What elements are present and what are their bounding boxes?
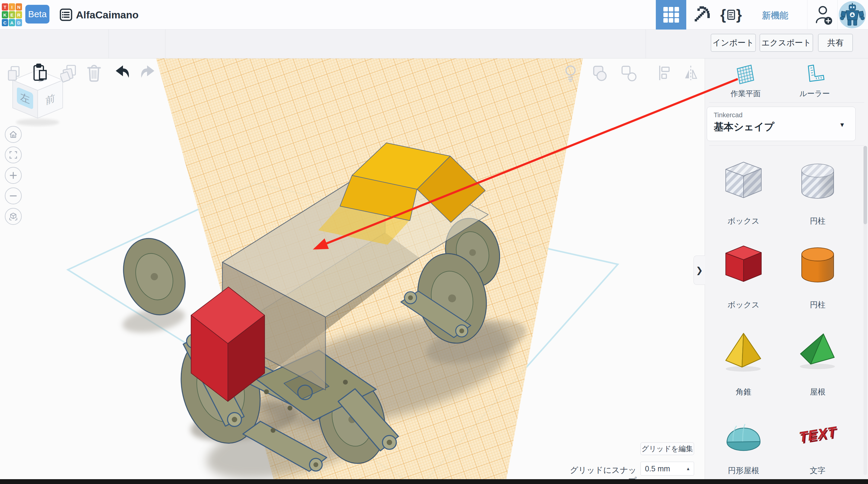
mirror-button[interactable]	[682, 64, 699, 82]
shape-cylinder-hole[interactable]: 円柱	[789, 158, 846, 226]
shape-label: 円柱	[810, 300, 826, 310]
export-button[interactable]: エクスポート	[760, 34, 813, 52]
caret-down-icon: ▼	[839, 121, 845, 128]
shape-cylinder[interactable]: 円柱	[789, 242, 846, 310]
snap-grid-value: 0.5 mm	[645, 464, 670, 473]
invite-person-icon[interactable]	[815, 5, 833, 25]
copy-button[interactable]	[7, 65, 22, 84]
fit-view-button[interactable]	[5, 147, 22, 163]
minus-icon	[9, 192, 18, 200]
logo-tile: E	[9, 11, 15, 19]
import-button[interactable]: インポート	[711, 34, 756, 52]
edit-toolbar: インポート エクスポート 共有	[0, 30, 868, 58]
edit-grid-button[interactable]: グリッドを編集	[641, 443, 694, 455]
caret-up-icon: ▲	[686, 466, 690, 471]
scrollbar-thumb[interactable]	[864, 146, 867, 224]
chevron-right-icon: ❯	[696, 265, 703, 275]
minecraft-pickaxe-icon[interactable]	[692, 6, 711, 24]
code-doc-glyph	[727, 10, 735, 20]
app-header: T I N K E R C A D Beta AlfaCaimano {	[0, 0, 868, 30]
robot-avatar-image	[839, 1, 866, 28]
shape-round-roof[interactable]: 円形屋根	[715, 416, 772, 476]
ungroup-button[interactable]	[620, 64, 638, 83]
shape-label: 屋根	[810, 387, 826, 397]
sidebar-collapse-tab[interactable]: ❯	[693, 255, 705, 285]
group-button[interactable]	[591, 64, 608, 83]
bottom-clipped-bar	[0, 479, 868, 484]
ruler-tool[interactable]	[805, 64, 825, 86]
sidebar-divider	[709, 145, 864, 146]
roof-icon	[795, 330, 840, 373]
toolbar-separator	[108, 30, 109, 58]
zoom-in-button[interactable]	[5, 167, 22, 184]
shape-box-hole[interactable]: ボックス	[715, 158, 772, 226]
zoom-out-button[interactable]	[5, 187, 22, 204]
perspective-toggle-button[interactable]	[5, 208, 22, 225]
user-avatar[interactable]	[839, 1, 866, 28]
shape-text[interactable]: TEXT TEXT 文字	[789, 416, 846, 476]
cylinder-icon	[795, 242, 840, 287]
undo-button[interactable]	[114, 64, 131, 81]
shape-roof[interactable]: 屋根	[789, 330, 846, 397]
cylinder-hole-icon	[795, 158, 840, 203]
sidebar-divider	[709, 102, 864, 103]
new-features-link[interactable]: 新機能	[757, 10, 793, 22]
ruler-icon	[805, 64, 825, 85]
library-selected: 基本シェイプ	[714, 120, 774, 134]
show-all-button[interactable]	[563, 64, 578, 84]
paste-button[interactable]	[33, 63, 48, 84]
delete-button[interactable]	[86, 64, 102, 84]
plus-icon	[9, 171, 18, 180]
shape-label: ボックス	[727, 216, 760, 226]
header-separator	[837, 0, 838, 29]
logo-tile: C	[2, 19, 8, 26]
logo-tile: N	[16, 3, 22, 10]
box-icon	[721, 242, 766, 287]
snap-grid-select[interactable]: 0.5 mm ▲	[641, 462, 694, 476]
workplane-tool[interactable]	[735, 63, 756, 86]
round-roof-icon	[721, 416, 766, 455]
3d-designs-tab[interactable]	[656, 0, 686, 30]
logo-tile: D	[16, 19, 22, 26]
pyramid-icon	[721, 330, 766, 373]
home-view-button[interactable]	[5, 126, 22, 143]
tinkercad-logo[interactable]: T I N K E R C A D	[2, 3, 23, 27]
toolbar-separator	[165, 30, 165, 58]
shape-label: ボックス	[727, 300, 760, 310]
workplane-label: 作業平面	[723, 89, 768, 98]
brace-right: }	[736, 6, 742, 24]
shapes-sidebar: 作業平面 ルーラー Tinkercad 基本シェイプ ▼	[705, 58, 868, 479]
home-icon	[9, 130, 18, 139]
duplicate-button[interactable]	[60, 64, 77, 84]
shape-label: 角錐	[736, 387, 751, 397]
ruler-label: ルーラー	[792, 89, 837, 98]
library-brand: Tinkercad	[714, 111, 743, 119]
shape-pyramid[interactable]: 角錐	[715, 330, 772, 397]
share-button[interactable]: 共有	[818, 34, 853, 52]
redo-button[interactable]	[139, 64, 156, 81]
align-button[interactable]	[656, 64, 673, 82]
shape-library-select[interactable]: Tinkercad 基本シェイプ ▼	[707, 107, 856, 141]
box-hole-icon	[721, 158, 766, 203]
grid-icon	[663, 7, 679, 23]
sidebar-scrollbar[interactable]	[864, 146, 867, 475]
header-separator	[807, 0, 807, 29]
design-menu-icon[interactable]	[60, 8, 72, 21]
text-shape-icon: TEXT TEXT	[794, 416, 842, 455]
logo-tile: R	[16, 11, 22, 19]
perspective-cube-icon	[9, 212, 18, 221]
shape-box[interactable]: ボックス	[715, 242, 772, 310]
logo-tile: T	[2, 3, 8, 10]
brace-left: {	[720, 6, 726, 24]
fit-view-icon	[9, 151, 18, 159]
logo-tile: A	[9, 19, 15, 26]
document-title[interactable]: AlfaCaimano	[76, 9, 138, 21]
shape-label: 文字	[810, 465, 826, 476]
codeblocks-icon[interactable]: { }	[720, 5, 742, 25]
beta-button[interactable]: Beta	[25, 5, 50, 24]
toolbar-separator	[646, 30, 646, 58]
shape-label: 円形屋根	[728, 465, 759, 476]
snap-grid-label: グリッドにスナップ	[568, 465, 637, 479]
shape-label: 円柱	[810, 216, 826, 226]
workplane-icon	[735, 63, 756, 86]
